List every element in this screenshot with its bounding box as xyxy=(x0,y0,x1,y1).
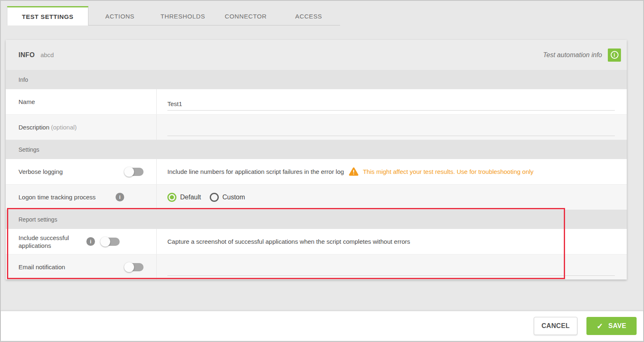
tab-test-settings[interactable]: TEST SETTINGS xyxy=(7,6,88,25)
tab-thresholds[interactable]: THRESHOLDS xyxy=(151,6,214,25)
panel-subtitle: abcd xyxy=(40,51,54,58)
description-label: Description(optional) xyxy=(19,123,144,131)
row-logon-tracking: Logon time tracking process i Default Cu… xyxy=(6,184,627,210)
radio-custom[interactable] xyxy=(210,193,219,202)
verbose-logging-toggle[interactable] xyxy=(125,168,144,176)
email-notification-toggle[interactable] xyxy=(125,263,144,271)
panel-header: INFO abcd Test automation info i xyxy=(6,40,627,70)
tab-bar: TEST SETTINGS ACTIONS THRESHOLDS CONNECT… xyxy=(7,6,340,25)
logon-process-radio-group: Default Custom xyxy=(167,193,254,202)
include-successful-label: Include successful applications xyxy=(19,234,86,250)
section-settings: Settings xyxy=(6,140,627,159)
verbose-logging-label: Verbose logging xyxy=(19,168,125,176)
test-automation-info-label: Test automation info xyxy=(543,51,602,59)
section-report-settings: Report settings xyxy=(6,210,627,229)
row-verbose-logging: Verbose logging Include line numbers for… xyxy=(6,159,627,184)
verbose-logging-description: Include line numbers for application scr… xyxy=(167,168,344,175)
email-notification-input[interactable] xyxy=(167,262,615,276)
cancel-button[interactable]: CANCEL xyxy=(534,317,577,335)
row-description: Description(optional) xyxy=(6,114,627,140)
row-name: Name xyxy=(6,89,627,114)
description-input[interactable] xyxy=(167,122,615,136)
verbose-logging-warning: This might affect your test results. Use… xyxy=(363,168,533,175)
save-button-label: SAVE xyxy=(608,322,626,330)
tab-actions[interactable]: ACTIONS xyxy=(88,6,151,25)
warning-icon xyxy=(349,167,359,176)
tab-access[interactable]: ACCESS xyxy=(277,6,340,25)
footer-bar: CANCEL ✓ SAVE xyxy=(1,311,643,341)
name-input[interactable] xyxy=(167,97,615,111)
test-settings-panel: INFO abcd Test automation info i Info Na… xyxy=(6,40,627,280)
check-icon: ✓ xyxy=(597,321,603,331)
name-label: Name xyxy=(19,98,144,106)
tab-connector[interactable]: CONNECTOR xyxy=(214,6,277,25)
panel-title: INFO xyxy=(19,51,35,59)
radio-default[interactable] xyxy=(167,193,176,202)
include-successful-toggle[interactable] xyxy=(102,238,120,246)
logon-tracking-label: Logon time tracking process xyxy=(19,193,116,201)
row-email-notification: Email notification xyxy=(6,254,627,280)
include-successful-description: Capture a screenshot of successful appli… xyxy=(167,238,410,245)
optional-hint: (optional) xyxy=(51,124,77,131)
row-include-successful: Include successful applications i Captur… xyxy=(6,229,627,254)
radio-default-label: Default xyxy=(180,194,201,201)
section-info: Info xyxy=(6,70,627,89)
test-automation-info-icon[interactable]: i xyxy=(608,49,621,62)
save-button[interactable]: ✓ SAVE xyxy=(586,317,637,335)
include-successful-info-icon[interactable]: i xyxy=(86,237,95,246)
radio-custom-label: Custom xyxy=(222,194,245,201)
info-circle: i xyxy=(611,51,619,59)
logon-tracking-info-icon[interactable]: i xyxy=(116,193,124,201)
email-notification-label: Email notification xyxy=(19,263,125,271)
